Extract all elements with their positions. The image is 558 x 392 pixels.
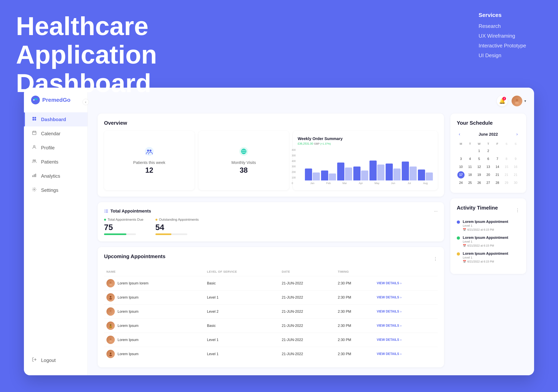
left-column: Overview: [98, 113, 444, 367]
arrow-icon: ›: [400, 296, 401, 299]
cal-header-S1: S: [502, 141, 511, 147]
nav-calendar[interactable]: Calendar: [24, 127, 87, 141]
nav-profile[interactable]: Profile: [24, 141, 87, 155]
cal-day-18[interactable]: 18: [467, 171, 474, 179]
due-progress-bar: [104, 233, 126, 235]
cal-day-15[interactable]: 15: [503, 163, 510, 170]
cal-day-6[interactable]: 6: [485, 155, 492, 162]
appointments-table-container: NAME LEVEL OF SERVICE DATE TIMING: [104, 268, 438, 361]
cal-next-button[interactable]: ›: [514, 131, 520, 138]
svg-point-35: [109, 284, 112, 285]
cal-day-9[interactable]: 9: [512, 155, 519, 162]
overview-stats-grid: Patients this week 12: [104, 131, 438, 190]
calendar-grid: M T W T F S S 1 2: [457, 141, 520, 187]
overview-card: Overview: [98, 113, 444, 196]
due-dot: [104, 219, 106, 221]
upcoming-menu-button[interactable]: ⋮: [433, 256, 438, 262]
chart-y-axis: 400 300 400 300 200 100 0: [292, 149, 296, 185]
svg-point-20: [145, 147, 154, 156]
total-appointments-card: Total Appointments ··· Total Appointment…: [98, 202, 444, 241]
nav-dashboard[interactable]: Dashboard: [24, 112, 87, 127]
nav-logout[interactable]: Logout: [24, 353, 87, 367]
cal-day-24[interactable]: 24: [457, 179, 464, 187]
sidebar-collapse-button[interactable]: ‹: [82, 99, 89, 105]
cal-day-13[interactable]: 13: [485, 163, 492, 170]
cal-prev-button[interactable]: ‹: [457, 131, 462, 138]
cal-day-28[interactable]: 28: [494, 179, 501, 187]
services-panel: Services Research UX Wireframing Interac…: [479, 12, 526, 62]
view-details-btn-2[interactable]: VIEW DETAILS ›: [377, 310, 435, 313]
timeline-dot-blue: [457, 221, 460, 224]
appt-outstanding-value: 54: [156, 223, 199, 232]
svg-point-38: [110, 310, 111, 312]
nav-settings[interactable]: Settings: [24, 183, 87, 197]
cal-day-11[interactable]: 11: [467, 163, 474, 170]
table-row: Lorem Ipsum Basic 21-JUN-2022 2:30 PM VI…: [104, 319, 438, 333]
cal-day-5[interactable]: 5: [476, 155, 483, 162]
cal-day-8[interactable]: 8: [503, 155, 510, 162]
svg-point-40: [110, 324, 111, 326]
svg-rect-28: [105, 210, 105, 210]
svg-rect-14: [34, 174, 35, 177]
svg-point-45: [109, 355, 112, 356]
cal-day-10[interactable]: 10: [457, 163, 464, 170]
bar-group-aug: [418, 170, 433, 180]
sidebar-logo: PremedGo: [24, 96, 87, 112]
cal-day-16[interactable]: 16: [512, 163, 519, 170]
appointments-table: NAME LEVEL OF SERVICE DATE TIMING: [104, 268, 438, 361]
view-details-btn-0[interactable]: VIEW DETAILS ›: [377, 281, 435, 285]
view-details-btn-5[interactable]: VIEW DETAILS ›: [377, 352, 435, 356]
cal-day-21c[interactable]: 21: [512, 171, 519, 179]
nav-analytics[interactable]: Analytics: [24, 169, 87, 183]
svg-point-21: [147, 150, 149, 152]
svg-point-1: [33, 99, 35, 101]
view-details-btn-3[interactable]: VIEW DETAILS ›: [377, 324, 435, 327]
cal-day-25[interactable]: 25: [467, 179, 474, 187]
cal-day-20[interactable]: 20: [485, 171, 492, 179]
cal-day-3[interactable]: 3: [457, 155, 464, 162]
nav-logout-label: Logout: [41, 358, 56, 363]
svg-rect-32: [105, 212, 105, 213]
cal-day-empty: [503, 147, 510, 154]
avatar-chevron: ▾: [524, 99, 526, 103]
view-details-btn-1[interactable]: VIEW DETAILS ›: [377, 296, 435, 299]
cal-day-14[interactable]: 14: [494, 163, 501, 170]
cal-header-F: F: [493, 141, 502, 147]
patient-cell: Lorem Ipsum: [104, 290, 205, 305]
outstanding-dot: [156, 219, 157, 221]
cal-day-2[interactable]: 2: [485, 147, 492, 154]
table-row: Lorem Ipsum Level 1 21-JUN-2022 2:30 PM …: [104, 347, 438, 361]
view-details-btn-4[interactable]: VIEW DETAILS ›: [377, 338, 435, 342]
cal-day-1[interactable]: 1: [476, 147, 483, 154]
cal-header-M: M: [457, 141, 465, 147]
timeline-title: Activity Timeline: [457, 205, 498, 211]
schedule-card: Your Schedule ‹ June 2022 › M T W T F S: [450, 113, 526, 193]
cal-day-21a[interactable]: 21: [494, 171, 501, 179]
upcoming-header: Upcoming Appointments ⋮: [104, 253, 438, 264]
cal-day-29[interactable]: 29: [503, 179, 510, 187]
svg-point-41: [109, 326, 112, 328]
bar-chart: [305, 149, 433, 180]
table-row: Lorem Ipsum Level 2 21-JUN-2022 2:30 PM …: [104, 305, 438, 319]
cal-day-7[interactable]: 7: [494, 155, 501, 162]
svg-point-44: [110, 353, 111, 354]
cal-day-19[interactable]: 19: [476, 171, 483, 179]
svg-point-43: [109, 341, 112, 342]
cal-day-21b[interactable]: 21: [503, 171, 510, 179]
cal-day-4[interactable]: 4: [467, 155, 474, 162]
nav-patients[interactable]: Patients: [24, 155, 87, 169]
cal-day-12[interactable]: 12: [476, 163, 483, 170]
patients-icon-stat: [144, 147, 154, 158]
activity-timeline-card: Activity Timeline ⋮ Lorem Ipsum Appointm…: [450, 198, 526, 274]
cal-day-27[interactable]: 27: [485, 179, 492, 187]
cal-day-26[interactable]: 26: [476, 179, 483, 187]
timeline-menu-button[interactable]: ⋮: [515, 208, 520, 213]
cal-day-17-today[interactable]: 17: [457, 171, 464, 179]
cal-day-30[interactable]: 30: [512, 179, 519, 187]
appointment-stats: Total Appointments Due 75 Outstanding Ap…: [104, 218, 438, 235]
overview-title: Overview: [104, 120, 438, 126]
svg-point-37: [109, 298, 112, 299]
outstanding-progress-bar: [156, 233, 171, 235]
patient-cell: Lorem Ipsum lorem: [104, 276, 205, 290]
appointments-menu-button[interactable]: ···: [434, 209, 438, 214]
